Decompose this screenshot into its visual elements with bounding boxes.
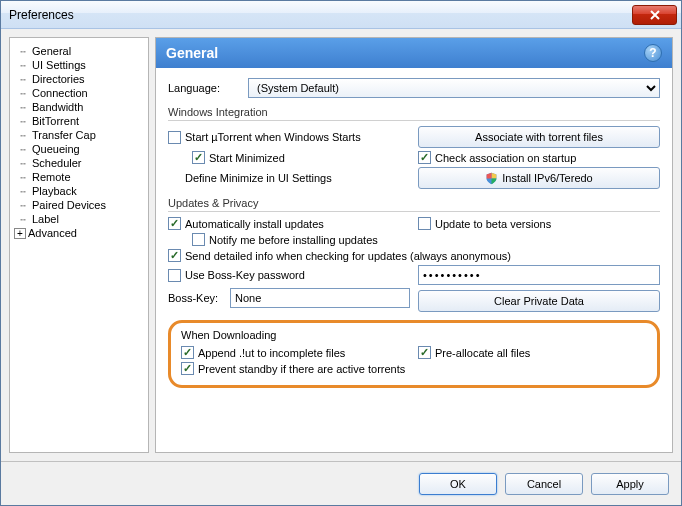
sidebar-item-paired-devices[interactable]: ⋯Paired Devices — [14, 198, 144, 212]
sidebar-item-directories[interactable]: ⋯Directories — [14, 72, 144, 86]
when-downloading-highlight: When Downloading Append .!ut to incomple… — [168, 320, 660, 388]
language-select[interactable]: (System Default) — [248, 78, 660, 98]
checkbox-label: Start Minimized — [209, 152, 285, 164]
close-button[interactable] — [632, 5, 677, 25]
content-body: Language: (System Default) Windows Integ… — [156, 68, 672, 452]
checkbox-icon — [168, 269, 181, 282]
section-updates-privacy: Updates & Privacy — [168, 197, 660, 212]
start-minimized-checkbox[interactable]: Start Minimized — [168, 151, 410, 164]
boss-key-password-field[interactable] — [418, 265, 660, 285]
tree-connector-icon: ⋯ — [14, 158, 32, 169]
checkbox-label: Check association on startup — [435, 152, 576, 164]
cancel-button[interactable]: Cancel — [505, 473, 583, 495]
checkbox-icon — [181, 362, 194, 375]
checkbox-icon — [192, 151, 205, 164]
expand-icon[interactable]: + — [14, 228, 26, 239]
check-association-checkbox[interactable]: Check association on startup — [418, 151, 660, 164]
sidebar-item-ui-settings[interactable]: ⋯UI Settings — [14, 58, 144, 72]
tree-connector-icon: ⋯ — [14, 130, 32, 141]
sidebar-item-bandwidth[interactable]: ⋯Bandwidth — [14, 100, 144, 114]
close-icon — [650, 10, 660, 20]
section-when-downloading: When Downloading — [181, 329, 647, 341]
beta-checkbox[interactable]: Update to beta versions — [418, 217, 660, 230]
prealloc-checkbox[interactable]: Pre-allocate all files — [418, 346, 647, 359]
auto-updates-checkbox[interactable]: Automatically install updates — [168, 217, 410, 230]
boss-key-checkbox[interactable]: Use Boss-Key password — [168, 269, 410, 282]
checkbox-label: Automatically install updates — [185, 218, 324, 230]
content-panel: General ? Language: (System Default) Win… — [155, 37, 673, 453]
checkbox-icon — [168, 131, 181, 144]
checkbox-label: Use Boss-Key password — [185, 269, 305, 281]
tree-connector-icon: ⋯ — [14, 116, 32, 127]
sidebar-item-transfer-cap[interactable]: ⋯Transfer Cap — [14, 128, 144, 142]
checkbox-label: Send detailed info when checking for upd… — [185, 250, 511, 262]
tree-connector-icon: ⋯ — [14, 186, 32, 197]
sidebar-item-queueing[interactable]: ⋯Queueing — [14, 142, 144, 156]
notify-updates-checkbox[interactable]: Notify me before installing updates — [168, 233, 660, 246]
install-ipv6-button[interactable]: Install IPv6/Teredo — [418, 167, 660, 189]
category-tree: ⋯General ⋯UI Settings ⋯Directories ⋯Conn… — [9, 37, 149, 453]
help-button[interactable]: ? — [644, 44, 662, 62]
preferences-window: Preferences ⋯General ⋯UI Settings ⋯Direc… — [0, 0, 682, 506]
tree-connector-icon: ⋯ — [14, 74, 32, 85]
checkbox-label: Notify me before installing updates — [209, 234, 378, 246]
ok-button[interactable]: OK — [419, 473, 497, 495]
checkbox-icon — [192, 233, 205, 246]
sidebar-item-playback[interactable]: ⋯Playback — [14, 184, 144, 198]
checkbox-label: Update to beta versions — [435, 218, 551, 230]
append-ut-checkbox[interactable]: Append .!ut to incomplete files — [181, 346, 410, 359]
sidebar-item-general[interactable]: ⋯General — [14, 44, 144, 58]
clear-private-data-button[interactable]: Clear Private Data — [418, 290, 660, 312]
sidebar-item-scheduler[interactable]: ⋯Scheduler — [14, 156, 144, 170]
send-detailed-checkbox[interactable]: Send detailed info when checking for upd… — [168, 249, 660, 262]
checkbox-label: Pre-allocate all files — [435, 347, 530, 359]
language-row: Language: (System Default) — [168, 78, 660, 98]
sidebar-item-label[interactable]: ⋯Label — [14, 212, 144, 226]
dialog-footer: OK Cancel Apply — [1, 461, 681, 505]
checkbox-label: Start µTorrent when Windows Starts — [185, 131, 361, 143]
sidebar-item-remote[interactable]: ⋯Remote — [14, 170, 144, 184]
define-minimize-label: Define Minimize in UI Settings — [168, 172, 410, 184]
tree-connector-icon: ⋯ — [14, 172, 32, 183]
language-label: Language: — [168, 82, 248, 94]
checkbox-icon — [168, 249, 181, 262]
sidebar-item-advanced[interactable]: +Advanced — [14, 226, 144, 240]
checkbox-icon — [418, 151, 431, 164]
tree-connector-icon: ⋯ — [14, 102, 32, 113]
tree-connector-icon: ⋯ — [14, 88, 32, 99]
section-windows-integration: Windows Integration — [168, 106, 660, 121]
content-header: General ? — [156, 38, 672, 68]
boss-key-field[interactable] — [230, 288, 410, 308]
sidebar-item-connection[interactable]: ⋯Connection — [14, 86, 144, 100]
checkbox-icon — [418, 217, 431, 230]
associate-button[interactable]: Associate with torrent files — [418, 126, 660, 148]
tree-connector-icon: ⋯ — [14, 200, 32, 211]
prevent-standby-checkbox[interactable]: Prevent standby if there are active torr… — [181, 362, 647, 375]
tree-connector-icon: ⋯ — [14, 144, 32, 155]
tree-connector-icon: ⋯ — [14, 60, 32, 71]
shield-icon — [485, 172, 498, 185]
window-title: Preferences — [9, 8, 632, 22]
checkbox-icon — [181, 346, 194, 359]
checkbox-icon — [418, 346, 431, 359]
checkbox-icon — [168, 217, 181, 230]
tree-connector-icon: ⋯ — [14, 214, 32, 225]
checkbox-label: Append .!ut to incomplete files — [198, 347, 345, 359]
checkbox-label: Prevent standby if there are active torr… — [198, 363, 405, 375]
boss-key-label: Boss-Key: — [168, 292, 224, 304]
dialog-body: ⋯General ⋯UI Settings ⋯Directories ⋯Conn… — [1, 29, 681, 461]
titlebar: Preferences — [1, 1, 681, 29]
start-windows-checkbox[interactable]: Start µTorrent when Windows Starts — [168, 131, 410, 144]
tree-connector-icon: ⋯ — [14, 46, 32, 57]
help-icon: ? — [649, 46, 656, 60]
sidebar-item-bittorrent[interactable]: ⋯BitTorrent — [14, 114, 144, 128]
apply-button[interactable]: Apply — [591, 473, 669, 495]
page-title: General — [166, 45, 644, 61]
